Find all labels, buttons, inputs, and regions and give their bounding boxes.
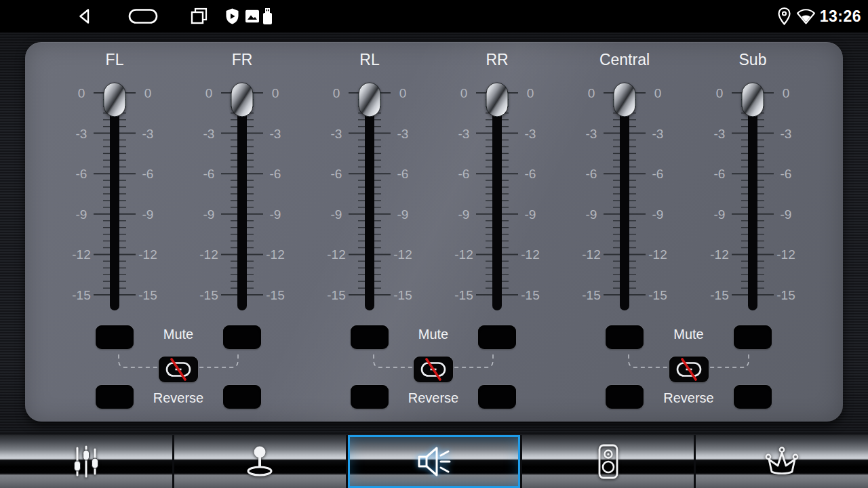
svg-text:-12: -12: [266, 247, 284, 262]
image-icon: [245, 10, 259, 23]
fader-fr[interactable]: 00-3-3-6-6-9-9-12-12-15-15: [178, 69, 306, 321]
svg-text:-9: -9: [203, 207, 215, 222]
svg-text:-6: -6: [458, 167, 470, 181]
svg-text:0: 0: [333, 86, 340, 100]
fader-knob-fl[interactable]: [104, 83, 125, 117]
fader-sub[interactable]: 00-3-3-6-6-9-9-12-12-15-15: [689, 69, 816, 321]
reverse-checkbox-rl[interactable]: [351, 385, 389, 409]
fader-knob-rr[interactable]: [486, 83, 508, 117]
svg-text:-3: -3: [525, 127, 536, 141]
channel-label-fr: FR: [178, 51, 306, 69]
svg-text:0: 0: [527, 86, 534, 100]
svg-text:-3: -3: [458, 127, 470, 141]
mute-label: Mute: [131, 326, 226, 342]
fader-central[interactable]: 00-3-3-6-6-9-9-12-12-15-15: [561, 69, 688, 321]
mute-checkbox-fr[interactable]: [223, 325, 261, 349]
crown-icon: [762, 443, 802, 480]
mute-checkbox-central[interactable]: [606, 325, 644, 349]
svg-text:0: 0: [272, 86, 279, 100]
svg-text:-9: -9: [142, 207, 154, 222]
svg-text:-15: -15: [72, 288, 90, 302]
usb-icon: [262, 7, 273, 25]
fader-knob-fr[interactable]: [231, 83, 253, 117]
svg-text:-15: -15: [454, 288, 473, 302]
tab-equalizer[interactable]: [0, 435, 172, 488]
reverse-checkbox-rr[interactable]: [478, 385, 516, 409]
link-off-icon: [164, 358, 193, 381]
mute-checkbox-fl[interactable]: [96, 325, 134, 349]
svg-text:-12: -12: [72, 247, 90, 262]
tab-balance[interactable]: [172, 435, 347, 488]
svg-text:-6: -6: [525, 167, 536, 181]
svg-text:-3: -3: [714, 127, 726, 141]
fader-rr[interactable]: 00-3-3-6-6-9-9-12-12-15-15: [433, 69, 561, 321]
svg-text:-12: -12: [138, 247, 157, 262]
svg-text:0: 0: [716, 86, 724, 100]
link-toggle-fl-fr[interactable]: [159, 357, 198, 382]
svg-text:0: 0: [588, 86, 595, 100]
svg-text:-6: -6: [331, 167, 342, 181]
reverse-label: Reverse: [386, 390, 481, 406]
link-toggle-central-sub[interactable]: [669, 357, 709, 382]
channel-label-fl: FL: [51, 51, 178, 69]
svg-text:-9: -9: [525, 207, 536, 222]
home-icon[interactable]: [127, 7, 159, 25]
svg-text:-15: -15: [199, 288, 218, 302]
svg-text:0: 0: [399, 86, 407, 100]
speaker-icon: [414, 443, 454, 480]
svg-text:-15: -15: [648, 288, 667, 302]
fader-knob-rl[interactable]: [359, 83, 380, 117]
svg-text:-6: -6: [397, 167, 409, 181]
svg-text:-9: -9: [781, 207, 792, 222]
channel-label-sub: Sub: [689, 51, 816, 69]
svg-text:-9: -9: [331, 207, 342, 222]
svg-text:-3: -3: [142, 127, 154, 141]
recents-icon[interactable]: [190, 7, 208, 26]
fader-fl[interactable]: 00-3-3-6-6-9-9-12-12-15-15: [51, 69, 178, 321]
mute-checkbox-rr[interactable]: [478, 325, 516, 349]
svg-text:0: 0: [460, 86, 468, 100]
back-icon[interactable]: [76, 7, 94, 25]
svg-text:-15: -15: [327, 288, 345, 302]
reverse-checkbox-central[interactable]: [606, 385, 644, 409]
svg-text:-6: -6: [203, 167, 215, 181]
svg-text:-15: -15: [582, 288, 600, 302]
fader-knob-central[interactable]: [614, 83, 635, 117]
svg-text:-9: -9: [270, 207, 281, 222]
wifi-icon: [796, 7, 816, 25]
fader-knob-sub[interactable]: [742, 83, 764, 117]
mute-checkbox-sub[interactable]: [734, 325, 772, 349]
tab-crown[interactable]: [694, 435, 868, 488]
balance-icon: [241, 443, 278, 480]
link-toggle-rl-rr[interactable]: [414, 357, 453, 382]
reverse-checkbox-sub[interactable]: [734, 385, 772, 409]
svg-text:-12: -12: [582, 247, 600, 262]
tab-speaker[interactable]: [346, 435, 520, 488]
reverse-checkbox-fr[interactable]: [223, 385, 261, 409]
reverse-checkbox-fl[interactable]: [96, 385, 134, 409]
channel-label-central: Central: [561, 51, 688, 69]
svg-text:-15: -15: [393, 288, 412, 302]
fader-rl[interactable]: 00-3-3-6-6-9-9-12-12-15-15: [306, 69, 433, 321]
channel-label-rl: RL: [306, 51, 433, 69]
svg-text:-12: -12: [454, 247, 473, 262]
svg-text:-9: -9: [714, 207, 726, 222]
svg-text:-3: -3: [397, 127, 409, 141]
mixer-panel: FL00-3-3-6-6-9-9-12-12-15-15FR00-3-3-6-6…: [25, 42, 843, 422]
reverse-label: Reverse: [642, 390, 736, 406]
mute-checkbox-rl[interactable]: [351, 325, 389, 349]
svg-text:-6: -6: [142, 167, 154, 181]
svg-text:-15: -15: [266, 288, 284, 302]
svg-text:-9: -9: [652, 207, 664, 222]
equalizer-icon: [68, 443, 104, 480]
svg-text:-6: -6: [652, 167, 664, 181]
channel-label-rr: RR: [433, 51, 561, 69]
svg-text:-12: -12: [776, 247, 795, 262]
link-off-icon: [675, 358, 703, 381]
svg-text:-12: -12: [327, 247, 345, 262]
svg-text:-6: -6: [76, 167, 87, 181]
svg-text:-6: -6: [270, 167, 281, 181]
svg-text:-12: -12: [199, 247, 218, 262]
tab-speaker-box[interactable]: [520, 435, 694, 488]
svg-text:-3: -3: [270, 127, 281, 141]
